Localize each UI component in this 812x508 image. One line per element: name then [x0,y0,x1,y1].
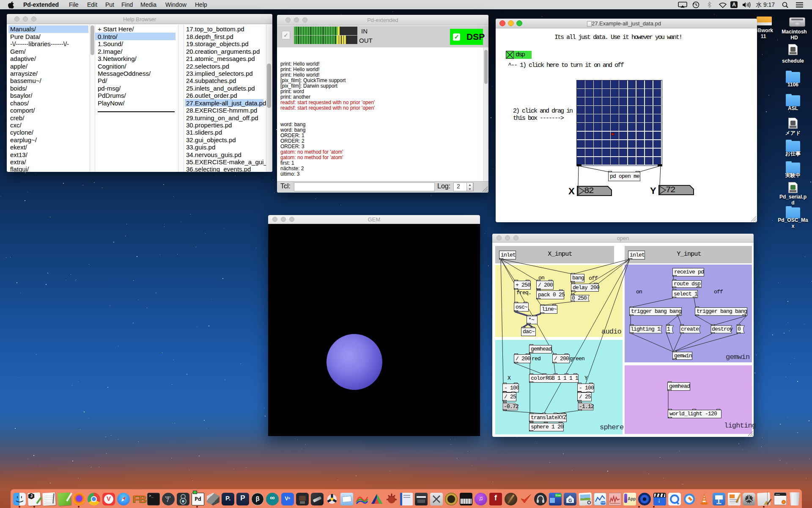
svg-text:G: G [568,498,572,503]
